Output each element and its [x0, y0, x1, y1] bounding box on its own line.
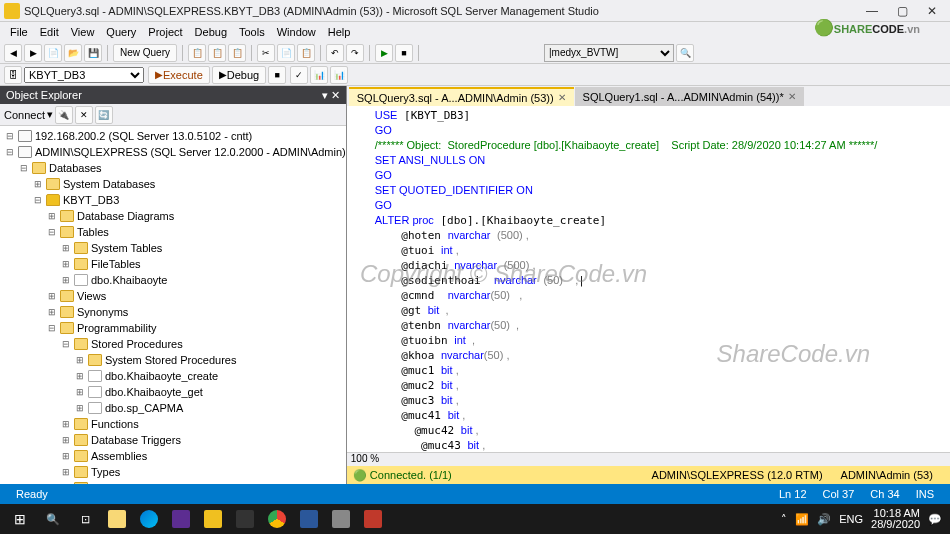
expand-icon[interactable]: ⊟	[46, 227, 58, 237]
expand-icon[interactable]: ⊞	[74, 371, 86, 381]
tree-node[interactable]: ⊞Database Diagrams	[0, 208, 346, 224]
stop-button[interactable]: ■	[395, 44, 413, 62]
tb-icon-3[interactable]: 📋	[228, 44, 246, 62]
new-query-button[interactable]: New Query	[113, 44, 177, 62]
expand-icon[interactable]: ⊟	[4, 131, 16, 141]
expand-icon[interactable]: ⊞	[60, 419, 72, 429]
tree-node[interactable]: ⊞Functions	[0, 416, 346, 432]
stop-exec-button[interactable]: ■	[268, 66, 286, 84]
tree-node[interactable]: ⊟Databases	[0, 160, 346, 176]
ssms-icon[interactable]	[198, 506, 228, 532]
tray-date[interactable]: 28/9/2020	[871, 519, 920, 530]
menu-project[interactable]: Project	[142, 24, 188, 40]
tree-node[interactable]: ⊟ADMIN\SQLEXPRESS (SQL Server 12.0.2000 …	[0, 144, 346, 160]
tray-network-icon[interactable]: 📶	[795, 513, 809, 526]
settings-icon[interactable]	[230, 506, 260, 532]
find-button[interactable]: 🔍	[676, 44, 694, 62]
word-icon[interactable]	[294, 506, 324, 532]
expand-icon[interactable]: ⊞	[74, 355, 86, 365]
tb2-icon-2[interactable]: 📊	[330, 66, 348, 84]
menu-file[interactable]: File	[4, 24, 34, 40]
nav-fwd-button[interactable]: ▶	[24, 44, 42, 62]
tree-node[interactable]: ⊞dbo.Khaibaoyte_get	[0, 384, 346, 400]
expand-icon[interactable]: ⊞	[60, 259, 72, 269]
tray-lang[interactable]: ENG	[839, 513, 863, 525]
tree-node[interactable]: ⊞FileTables	[0, 256, 346, 272]
undo-button[interactable]: ↶	[326, 44, 344, 62]
parse-button[interactable]: ✓	[290, 66, 308, 84]
redo-button[interactable]: ↷	[346, 44, 364, 62]
editor-tab[interactable]: SQLQuery1.sql - A...ADMIN\Admin (54))*✕	[575, 87, 804, 106]
tray-chevron-icon[interactable]: ˄	[781, 513, 787, 526]
edge-icon[interactable]	[134, 506, 164, 532]
tray-notif-icon[interactable]: 💬	[928, 513, 942, 526]
tb-icon-1[interactable]: 📋	[188, 44, 206, 62]
menu-edit[interactable]: Edit	[34, 24, 65, 40]
save-button[interactable]: 💾	[84, 44, 102, 62]
expand-icon[interactable]: ⊞	[60, 483, 72, 484]
copy-button[interactable]: 📄	[277, 44, 295, 62]
debug-button[interactable]: ▶ Debug	[212, 66, 266, 84]
minimize-button[interactable]: —	[858, 2, 886, 20]
tree-node[interactable]: ⊞Synonyms	[0, 304, 346, 320]
vs-icon[interactable]	[166, 506, 196, 532]
tree-node[interactable]: ⊞dbo.Khaibaoyte	[0, 272, 346, 288]
tree-node[interactable]: ⊞System Tables	[0, 240, 346, 256]
close-button[interactable]: ✕	[918, 2, 946, 20]
explorer-icon[interactable]	[102, 506, 132, 532]
chrome-icon[interactable]	[262, 506, 292, 532]
code-editor[interactable]: USE [KBYT_DB3] GO /****** Object: Stored…	[347, 106, 950, 452]
tab-close-icon[interactable]: ✕	[788, 91, 796, 102]
tree-node[interactable]: ⊞dbo.sp_CAPMA	[0, 400, 346, 416]
tree-node[interactable]: ⊞System Stored Procedures	[0, 352, 346, 368]
tree-node[interactable]: ⊞Rules	[0, 480, 346, 484]
combo-right[interactable]: |medyx_BVTW]	[544, 44, 674, 62]
tb2-icon-1[interactable]: 📊	[310, 66, 328, 84]
expand-icon[interactable]: ⊟	[60, 339, 72, 349]
database-select[interactable]: KBYT_DB3	[24, 67, 144, 83]
cut-button[interactable]: ✂	[257, 44, 275, 62]
tab-close-icon[interactable]: ✕	[558, 92, 566, 103]
tree-node[interactable]: ⊟Stored Procedures	[0, 336, 346, 352]
expand-icon[interactable]: ⊞	[60, 451, 72, 461]
expand-icon[interactable]: ⊞	[46, 291, 58, 301]
menu-help[interactable]: Help	[322, 24, 357, 40]
expand-icon[interactable]: ⊞	[74, 403, 86, 413]
taskview-icon[interactable]: ⊡	[70, 506, 100, 532]
tree-node[interactable]: ⊞Types	[0, 464, 346, 480]
expand-icon[interactable]: ⊞	[60, 275, 72, 285]
execute-button[interactable]: ▶ Execute	[148, 66, 210, 84]
expand-icon[interactable]: ⊟	[4, 147, 16, 157]
tray-volume-icon[interactable]: 🔊	[817, 513, 831, 526]
tree-node[interactable]: ⊞Views	[0, 288, 346, 304]
expand-icon[interactable]: ⊞	[46, 211, 58, 221]
tree-node[interactable]: ⊞Database Triggers	[0, 432, 346, 448]
refresh-icon[interactable]: 🔄	[95, 106, 113, 124]
disconnect-icon[interactable]: ✕	[75, 106, 93, 124]
maximize-button[interactable]: ▢	[888, 2, 916, 20]
expand-icon[interactable]: ⊟	[18, 163, 30, 173]
menu-debug[interactable]: Debug	[189, 24, 233, 40]
new-file-button[interactable]: 📄	[44, 44, 62, 62]
tb-icon-2[interactable]: 📋	[208, 44, 226, 62]
app-icon-1[interactable]	[326, 506, 356, 532]
menu-window[interactable]: Window	[271, 24, 322, 40]
tree-node[interactable]: ⊟Programmability	[0, 320, 346, 336]
start-button[interactable]: ⊞	[4, 506, 36, 532]
connect-label[interactable]: Connect	[4, 109, 45, 121]
paste-button[interactable]: 📋	[297, 44, 315, 62]
editor-tab[interactable]: SQLQuery3.sql - A...ADMIN\Admin (53))✕	[349, 87, 574, 106]
tree-node[interactable]: ⊟Tables	[0, 224, 346, 240]
expand-icon[interactable]: ⊞	[74, 387, 86, 397]
tree-node[interactable]: ⊞System Databases	[0, 176, 346, 192]
expand-icon[interactable]: ⊞	[60, 467, 72, 477]
tree-node[interactable]: ⊞Assemblies	[0, 448, 346, 464]
expand-icon[interactable]: ⊞	[46, 307, 58, 317]
objexp-controls[interactable]: ▾ ✕	[322, 89, 340, 102]
nav-back-button[interactable]: ◀	[4, 44, 22, 62]
menu-view[interactable]: View	[65, 24, 101, 40]
expand-icon[interactable]: ⊟	[46, 323, 58, 333]
search-icon[interactable]: 🔍	[38, 506, 68, 532]
expand-icon[interactable]: ⊞	[32, 179, 44, 189]
menu-tools[interactable]: Tools	[233, 24, 271, 40]
